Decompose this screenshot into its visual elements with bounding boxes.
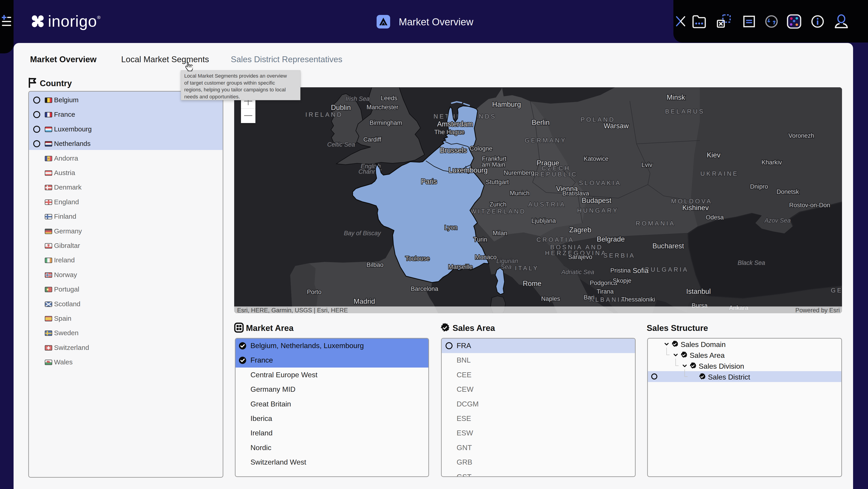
svg-text:Bilbao: Bilbao: [366, 261, 383, 268]
svg-text:GERMANY: GERMANY: [525, 137, 567, 144]
svg-text:Belgrade: Belgrade: [597, 235, 625, 243]
svg-text:Istanbul: Istanbul: [686, 287, 711, 295]
svg-text:Milan: Milan: [493, 230, 507, 237]
svg-text:Celtic Sea: Celtic Sea: [327, 141, 355, 148]
svg-text:GEO: GEO: [831, 287, 842, 294]
svg-text:Lyon: Lyon: [444, 224, 458, 231]
svg-text:Naples: Naples: [541, 295, 560, 302]
svg-text:UKRAINE: UKRAINE: [700, 170, 739, 177]
svg-text:Birmingham: Birmingham: [370, 119, 402, 126]
svg-text:Monaco: Monaco: [475, 254, 497, 261]
svg-text:ITALY: ITALY: [515, 265, 539, 271]
svg-text:Sarajevo: Sarajevo: [568, 254, 592, 260]
svg-text:Turin: Turin: [473, 236, 487, 243]
svg-text:ROMANIA: ROMANIA: [636, 220, 675, 227]
svg-text:Budapest: Budapest: [582, 197, 612, 204]
svg-text:Stuttgart: Stuttgart: [486, 179, 509, 185]
svg-text:Katowice: Katowice: [584, 155, 609, 162]
svg-text:Madrid: Madrid: [354, 297, 375, 305]
svg-text:REPUBLIC: REPUBLIC: [534, 171, 578, 178]
svg-text:Voronezh: Voronezh: [788, 132, 814, 139]
svg-text:Rostov-on-Don: Rostov-on-Don: [789, 202, 830, 208]
svg-text:Odesa: Odesa: [706, 214, 724, 221]
svg-text:Adriatic Sea: Adriatic Sea: [561, 269, 594, 276]
svg-text:The Hague: The Hague: [434, 129, 465, 136]
svg-text:Marseille: Marseille: [448, 263, 473, 270]
svg-text:Azov Sea: Azov Sea: [764, 217, 791, 224]
svg-text:Bay of Biscay: Bay of Biscay: [344, 230, 381, 237]
svg-text:BELARUS: BELARUS: [665, 108, 705, 115]
svg-text:Manchester: Manchester: [366, 104, 398, 111]
svg-text:Toulouse: Toulouse: [405, 255, 430, 262]
svg-text:Leeds: Leeds: [381, 95, 397, 102]
svg-text:Skopje: Skopje: [613, 277, 631, 284]
svg-text:Paris: Paris: [421, 177, 437, 185]
svg-text:Kharkiv: Kharkiv: [762, 159, 782, 166]
svg-text:Bucharest: Bucharest: [652, 242, 684, 250]
svg-text:Sofia: Sofia: [633, 267, 649, 275]
svg-text:SLOVAKIA: SLOVAKIA: [579, 180, 621, 186]
svg-text:Bratislava: Bratislava: [562, 190, 590, 197]
svg-text:Black Sea: Black Sea: [738, 259, 765, 266]
svg-text:Nuremberg: Nuremberg: [504, 169, 534, 176]
svg-text:SERBIA: SERBIA: [603, 252, 635, 259]
svg-text:HUNGARY: HUNGARY: [577, 207, 619, 214]
svg-text:IRELAND: IRELAND: [305, 111, 343, 118]
svg-text:Munich: Munich: [510, 190, 529, 197]
svg-text:Cardiff: Cardiff: [363, 136, 381, 143]
svg-text:AUSTRIA: AUSTRIA: [528, 201, 566, 208]
svg-text:Brussels: Brussels: [440, 146, 467, 154]
svg-text:Hamburg: Hamburg: [492, 100, 521, 108]
svg-text:Sea: Sea: [501, 263, 512, 270]
svg-text:Tirana: Tirana: [596, 288, 614, 295]
svg-text:Rome: Rome: [523, 280, 541, 287]
svg-text:Kiev: Kiev: [707, 151, 721, 159]
svg-text:SWITZERLAND: SWITZERLAND: [465, 208, 526, 215]
svg-text:Amsterdam: Amsterdam: [437, 120, 473, 128]
svg-text:Irish Sea: Irish Sea: [346, 95, 370, 102]
svg-text:CROATIA: CROATIA: [536, 236, 574, 243]
svg-text:Ljubljana: Ljubljana: [531, 218, 556, 224]
svg-text:Pristina: Pristina: [610, 267, 631, 274]
svg-text:Dnipro: Dnipro: [750, 183, 768, 190]
svg-text:Warsaw: Warsaw: [604, 122, 629, 130]
svg-text:BULGARIA: BULGARIA: [645, 266, 689, 273]
svg-text:Dublin: Dublin: [331, 104, 351, 112]
svg-text:Cologne: Cologne: [470, 145, 493, 152]
svg-text:am Main: am Main: [482, 161, 505, 168]
svg-text:Lviv: Lviv: [642, 162, 653, 168]
svg-text:Zagreb: Zagreb: [569, 226, 591, 234]
svg-text:Prague: Prague: [537, 159, 559, 167]
svg-text:Berlin: Berlin: [532, 118, 550, 126]
svg-text:Thessaloniki: Thessaloniki: [621, 296, 655, 303]
svg-text:Minsk: Minsk: [667, 93, 685, 101]
svg-text:Bari: Bari: [584, 294, 594, 301]
svg-text:Porto: Porto: [307, 289, 322, 295]
svg-text:Barcelona: Barcelona: [411, 285, 438, 292]
svg-text:Zurich: Zurich: [489, 201, 506, 208]
svg-text:Kishinev: Kishinev: [682, 204, 709, 212]
svg-text:Donetsk: Donetsk: [776, 189, 799, 195]
